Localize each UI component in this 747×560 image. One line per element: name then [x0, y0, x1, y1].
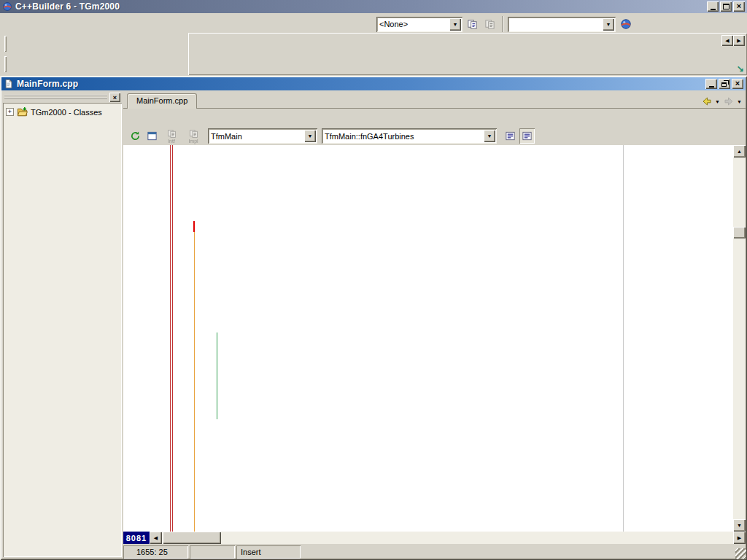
editor-window-title: MainForm.cpp	[17, 79, 703, 89]
tree-item-classes[interactable]: + TGm2000 - Classes	[4, 106, 120, 117]
dock-arrow-icon: ↘	[737, 63, 744, 74]
editor-restore-button[interactable]	[719, 79, 730, 89]
right-margin-line	[623, 145, 624, 532]
sync-icon-button[interactable]	[128, 128, 143, 144]
total-lines-badge: 8081	[123, 532, 150, 544]
indent-guide-orange	[194, 232, 195, 532]
desktop-combo[interactable]: <None> ▼	[376, 17, 462, 32]
form-icon-button[interactable]	[144, 128, 160, 144]
text-caret	[193, 221, 195, 232]
app-icon	[2, 1, 12, 12]
window-title: C++Builder 6 - TGm2000	[15, 1, 704, 12]
chevron-down-icon[interactable]: ▼	[484, 130, 495, 142]
class-explorer-panel: × + TGm2000 - Classes	[1, 91, 123, 559]
grip-bars-icon	[4, 95, 107, 99]
class-combo-value: TfmMain	[208, 132, 304, 141]
impl-icon	[189, 129, 198, 139]
tree-item-label: TGm2000 - Classes	[31, 108, 102, 117]
chevron-down-icon[interactable]: ▼	[449, 18, 461, 31]
member-combo[interactable]: TfmMain::fnGA4Turbines ▼	[322, 128, 497, 144]
main-titlebar[interactable]: C++Builder 6 - TGm2000 ×	[0, 0, 747, 13]
explorer-close-button[interactable]: ×	[109, 93, 120, 102]
caret-position: 1655: 25	[123, 545, 188, 559]
navigate-forward-button[interactable]	[721, 94, 736, 109]
nav-buttons: ▼ ▼	[699, 93, 743, 110]
screen: C++Builder 6 - TGm2000 × <None> ▼ ▼	[0, 0, 747, 560]
editor-minimize-button[interactable]	[705, 79, 717, 89]
editor-window: MainForm.cpp × × + TGm2000 - Classes	[0, 76, 747, 560]
gutter-separator	[170, 145, 171, 532]
chevron-down-icon[interactable]: ▼	[304, 130, 316, 142]
modified-panel	[190, 545, 235, 559]
code-editor[interactable]	[123, 145, 733, 532]
intf-icon	[167, 129, 177, 139]
explorer-tree: + TGm2000 - Classes	[3, 103, 122, 557]
scroll-left-button[interactable]: ◀	[150, 532, 162, 544]
horizontal-scrollbar[interactable]: ◀ ▶	[150, 532, 746, 544]
cnpack-sphere-button[interactable]	[618, 17, 633, 32]
palette-components	[193, 50, 732, 73]
scroll-down-button[interactable]: ▼	[733, 519, 746, 532]
goto-interface-button[interactable]: Intf	[161, 128, 182, 144]
main-toolbar-row1	[4, 34, 9, 53]
editor-tabstrip: MainForm.cpp ▼ ▼	[123, 91, 746, 109]
statusbar: 1655: 25 Insert	[123, 545, 746, 559]
member-combo-value: TfmMain::fnGA4Turbines	[322, 132, 484, 141]
code-lines	[123, 145, 733, 532]
save-desktop-button[interactable]	[465, 17, 480, 32]
editor-close-button[interactable]: ×	[732, 79, 743, 89]
ide-main-window: C++Builder 6 - TGm2000 × <None> ▼ ▼	[0, 0, 747, 76]
editor-toolbar	[123, 109, 746, 127]
gutter-separator	[172, 145, 173, 532]
palette-tabs-scroll-right[interactable]: ▶	[733, 35, 745, 46]
scroll-right-button[interactable]: ▶	[733, 532, 746, 544]
explorer-grip[interactable]: ×	[3, 93, 122, 101]
forward-dropdown-icon[interactable]: ▼	[736, 93, 743, 110]
sort-by-name-button[interactable]	[503, 128, 518, 144]
document-icon	[4, 79, 14, 89]
folder-icon	[17, 106, 28, 117]
navigate-back-button[interactable]	[699, 94, 714, 109]
class-combo[interactable]: TfmMain ▼	[208, 128, 317, 144]
insert-mode: Insert	[236, 545, 301, 559]
desktop-combo-value: <None>	[376, 20, 449, 28]
main-toolbar-row2	[4, 55, 9, 74]
impl-label: Impl	[188, 139, 198, 144]
menu-right-cluster: <None> ▼ ▼	[376, 17, 633, 31]
intf-label: Intf	[168, 139, 175, 144]
editor-combo-row: Intf Impl TfmMain ▼ TfmMain::fnGA4Turbin…	[123, 127, 746, 145]
toolbar-grip[interactable]	[4, 36, 7, 52]
search-combo[interactable]: ▼	[508, 17, 616, 32]
horizontal-scroll-thumb[interactable]	[163, 532, 221, 544]
palette-tabs	[191, 34, 721, 49]
goto-implementation-button[interactable]: Impl	[183, 128, 204, 144]
minimize-button[interactable]	[707, 1, 719, 12]
vertical-scroll-thumb[interactable]	[733, 227, 746, 238]
toolbar-grip[interactable]	[4, 56, 7, 72]
sort-by-type-button[interactable]	[519, 128, 535, 144]
editor-titlebar[interactable]: MainForm.cpp ×	[1, 77, 746, 90]
back-dropdown-icon[interactable]: ▼	[714, 93, 721, 110]
vertical-scrollbar[interactable]: ▲ ▼	[733, 145, 746, 532]
resize-grip[interactable]	[735, 548, 746, 559]
chevron-down-icon[interactable]: ▼	[603, 18, 614, 31]
scroll-up-button[interactable]: ▲	[733, 145, 746, 158]
maximize-button[interactable]	[720, 1, 732, 12]
indent-guide-green	[217, 332, 217, 419]
component-palette: ◀ ▶ ↘	[188, 33, 747, 75]
set-debug-desktop-button[interactable]	[482, 17, 498, 32]
expand-icon[interactable]: +	[6, 108, 14, 116]
palette-tabs-scroll-left[interactable]: ◀	[721, 35, 733, 46]
close-button[interactable]: ×	[733, 1, 745, 12]
editor-file-tab[interactable]: MainForm.cpp	[127, 93, 197, 109]
